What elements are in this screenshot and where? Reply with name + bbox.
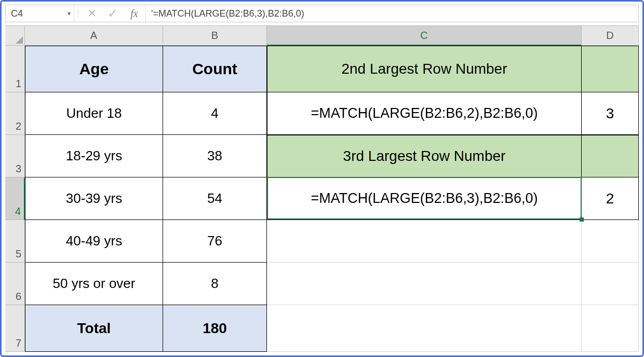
row-header-4[interactable]: 4 bbox=[5, 177, 25, 220]
row-2: 2 Under 18 4 =MATCH(LARGE(B2:B6,2),B2:B6… bbox=[5, 92, 639, 135]
row-header-5[interactable]: 5 bbox=[5, 220, 25, 263]
cell-B6[interactable]: 8 bbox=[163, 263, 267, 305]
row-5: 5 40-49 yrs 76 bbox=[5, 220, 639, 263]
spreadsheet-grid: A B C D 1 Age Count 2nd Largest Row Numb… bbox=[5, 25, 639, 352]
select-all-corner[interactable] bbox=[5, 26, 25, 46]
col-header-B[interactable]: B bbox=[163, 26, 267, 46]
cell-B4[interactable]: 54 bbox=[163, 177, 267, 220]
row-header-7[interactable]: 7 bbox=[5, 305, 25, 352]
cell-A1[interactable]: Age bbox=[25, 46, 163, 92]
cell-A2[interactable]: Under 18 bbox=[25, 92, 163, 135]
cell-D6[interactable] bbox=[582, 263, 639, 305]
cell-C3[interactable]: 3rd Largest Row Number bbox=[267, 135, 582, 177]
cell-B2[interactable]: 4 bbox=[163, 92, 267, 135]
cell-A7[interactable]: Total bbox=[25, 305, 163, 352]
cell-B3[interactable]: 38 bbox=[163, 135, 267, 177]
col-header-A[interactable]: A bbox=[25, 26, 163, 46]
cell-A4[interactable]: 30-39 yrs bbox=[25, 177, 163, 220]
cell-A5[interactable]: 40-49 yrs bbox=[25, 220, 163, 263]
row-7: 7 Total 180 bbox=[5, 305, 639, 352]
cell-D2[interactable]: 3 bbox=[582, 92, 639, 135]
cell-B1[interactable]: Count bbox=[163, 46, 267, 92]
cell-C2[interactable]: =MATCH(LARGE(B2:B6,2),B2:B6,0) bbox=[267, 92, 582, 135]
cancel-icon[interactable]: ✕ bbox=[82, 5, 102, 22]
insert-function-button[interactable]: fx bbox=[123, 5, 146, 22]
formula-input[interactable]: '=MATCH(LARGE(B2:B6,3),B2:B6,0) bbox=[146, 5, 638, 22]
cell-C6[interactable] bbox=[267, 263, 582, 305]
name-box-value: C4 bbox=[11, 8, 23, 19]
enter-icon[interactable]: ✓ bbox=[102, 5, 123, 22]
row-header-2[interactable]: 2 bbox=[5, 92, 25, 135]
row-header-6[interactable]: 6 bbox=[5, 263, 25, 305]
row-4: 4 30-39 yrs 54 =MATCH(LARGE(B2:B6,3),B2:… bbox=[5, 177, 639, 220]
cell-D5[interactable] bbox=[582, 220, 639, 263]
cell-A6[interactable]: 50 yrs or over bbox=[25, 263, 163, 305]
column-header-row: A B C D bbox=[5, 26, 639, 46]
row-6: 6 50 yrs or over 8 bbox=[5, 263, 639, 305]
fx-label: fx bbox=[130, 8, 138, 20]
cell-D3[interactable] bbox=[582, 135, 639, 177]
cell-B7[interactable]: 180 bbox=[163, 305, 267, 352]
cell-C5[interactable] bbox=[267, 220, 582, 263]
cell-C1[interactable]: 2nd Largest Row Number bbox=[267, 46, 582, 92]
row-header-1[interactable]: 1 bbox=[5, 46, 25, 92]
cell-B5[interactable]: 76 bbox=[163, 220, 267, 263]
cell-A3[interactable]: 18-29 yrs bbox=[25, 135, 163, 177]
col-header-C[interactable]: C bbox=[267, 26, 582, 46]
divider: ⋮ bbox=[74, 5, 82, 22]
row-header-3[interactable]: 3 bbox=[5, 135, 25, 177]
col-header-D[interactable]: D bbox=[582, 26, 639, 46]
cell-C7[interactable] bbox=[267, 305, 582, 352]
app-frame: C4 ▾ ⋮ ✕ ✓ fx '=MATCH(LARGE(B2:B6,3),B2:… bbox=[0, 0, 644, 357]
cell-D4[interactable]: 2 bbox=[582, 177, 639, 220]
formula-bar: C4 ▾ ⋮ ✕ ✓ fx '=MATCH(LARGE(B2:B6,3),B2:… bbox=[5, 5, 639, 22]
cell-C4[interactable]: =MATCH(LARGE(B2:B6,3),B2:B6,0) bbox=[267, 177, 582, 220]
formula-text: '=MATCH(LARGE(B2:B6,3),B2:B6,0) bbox=[151, 8, 304, 19]
row-3: 3 18-29 yrs 38 3rd Largest Row Number bbox=[5, 135, 639, 177]
chevron-down-icon[interactable]: ▾ bbox=[68, 10, 71, 17]
cell-D1[interactable] bbox=[582, 46, 639, 92]
fill-handle[interactable] bbox=[580, 217, 584, 222]
row-1: 1 Age Count 2nd Largest Row Number bbox=[5, 46, 639, 92]
cell-D7[interactable] bbox=[582, 305, 639, 352]
name-box[interactable]: C4 ▾ bbox=[6, 5, 74, 22]
